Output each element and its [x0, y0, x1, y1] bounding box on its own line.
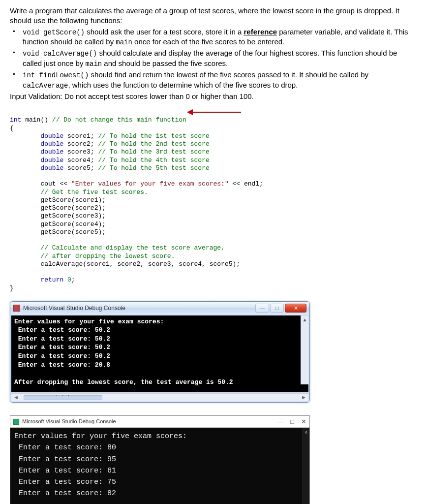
reference-word: reference — [244, 28, 277, 36]
intro-paragraph: Write a program that calculates the aver… — [10, 6, 417, 26]
arrow-icon — [187, 109, 241, 115]
horizontal-scrollbar[interactable]: ◄ ⋮⋮⋮ ► — [10, 393, 309, 402]
problem-statement: Write a program that calculates the aver… — [10, 6, 417, 101]
console1-titlebar[interactable]: Microsoft Visual Studio Debug Console — … — [10, 302, 309, 315]
scroll-up-icon[interactable]: ▲ — [303, 316, 307, 323]
bullet-calcaverage: void calcAverage() should calculate and … — [11, 48, 417, 69]
console2-titlebar[interactable]: Microsoft Visual Studio Debug Console — … — [10, 416, 309, 428]
scroll-thumb[interactable]: ⋮⋮⋮ — [24, 395, 102, 400]
minimize-button[interactable]: — — [255, 304, 269, 313]
bullet-findlowest: int findLowest() should find and return … — [11, 70, 417, 91]
minimize-button[interactable]: — — [277, 417, 283, 426]
maximize-button[interactable]: □ — [290, 417, 294, 426]
vertical-scrollbar[interactable]: ▲ — [301, 315, 308, 384]
vertical-scrollbar[interactable]: ∧∨ — [303, 428, 309, 504]
console-window-1: Microsoft Visual Studio Debug Console — … — [10, 301, 310, 403]
requirements-list: void getScore() should ask the user for … — [11, 27, 417, 91]
scroll-left-icon[interactable]: ◄ — [13, 394, 19, 401]
maximize-button[interactable]: □ — [270, 304, 284, 313]
scroll-right-icon[interactable]: ► — [301, 394, 306, 401]
close-button[interactable]: ✕ — [285, 304, 306, 313]
console1-output: Enter values for your five exam scores: … — [10, 315, 309, 393]
bullet-getscore: void getScore() should ask the user for … — [11, 27, 417, 48]
scroll-up-icon[interactable]: ∧ — [305, 429, 307, 437]
console-window-2: Microsoft Visual Studio Debug Console — … — [10, 415, 310, 504]
code-getscore: void getScore() — [23, 29, 85, 36]
console2-title: Microsoft Visual Studio Debug Console — [22, 418, 116, 425]
code-findlowest: int findLowest() — [23, 71, 89, 79]
code-calcaverage: void calcAverage() — [23, 50, 97, 58]
console-icon — [13, 419, 19, 425]
input-validation: Input Validation: Do not accept test sco… — [10, 92, 417, 101]
console2-output: Enter values for your five exam scores: … — [10, 428, 309, 504]
main-code-block: int main() // Do not change this main fu… — [10, 108, 417, 292]
close-button[interactable]: ✕ — [301, 417, 306, 426]
console1-title: Microsoft Visual Studio Debug Console — [23, 304, 125, 312]
console-icon — [13, 305, 20, 312]
